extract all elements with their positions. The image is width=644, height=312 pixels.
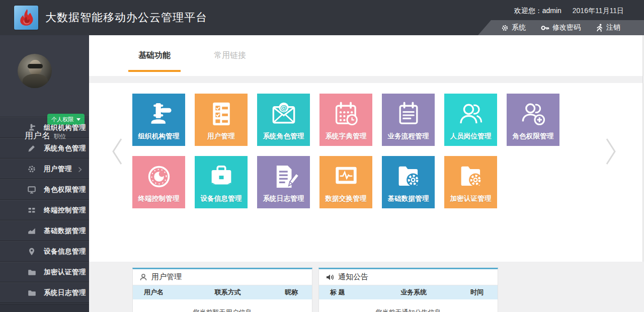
user-plus-icon: [518, 99, 549, 130]
folder-icon: [27, 268, 36, 277]
document-pen-icon: [268, 161, 299, 192]
column-business-system: 业务系统: [378, 288, 449, 297]
sidebar-item-terminal-control[interactable]: 终端控制管理: [0, 200, 89, 220]
tile-row-1: 组织机构管理 用户管理: [132, 94, 615, 146]
gear-icon: [27, 165, 36, 174]
area-chart-icon: [27, 226, 36, 236]
tile-data-exchange[interactable]: 数据交换管理: [319, 156, 372, 208]
avatar-sunglasses: [28, 64, 43, 68]
chevron-right-icon: [78, 167, 82, 173]
mail-at-icon: @: [268, 99, 299, 130]
page-title: 大数据智能移动办公云管理平台: [45, 0, 207, 35]
sidebar-item-user-management[interactable]: 用户管理: [0, 159, 89, 179]
location-pin-icon: [27, 247, 36, 256]
tile-business-process[interactable]: 业务流程管理: [382, 94, 435, 146]
chevron-right-icon: [78, 208, 82, 214]
chevron-right-icon: [78, 228, 82, 235]
pencil-icon: [27, 144, 36, 153]
tab-basic-functions[interactable]: 基础功能: [128, 35, 181, 76]
sidebar-footer: [0, 304, 89, 312]
folder-gear-icon: [393, 161, 424, 192]
logout-button[interactable]: 注销: [596, 23, 620, 32]
welcome-bar: 欢迎您：admin 2016年11月11日: [514, 7, 624, 16]
tile-user-management[interactable]: 用户管理: [195, 94, 248, 146]
users-icon: [455, 99, 487, 130]
gavel-icon: [27, 123, 36, 132]
notices-table-header: 标 题 业务系统 时间: [319, 285, 498, 299]
chevron-right-icon: [78, 270, 82, 276]
key-icon: [541, 24, 549, 32]
sidebar-item-role-permissions[interactable]: 角色权限管理: [0, 179, 89, 200]
users-panel-header: 用户管理: [133, 269, 312, 285]
notices-panel: 通知公告 标 题 业务系统 时间 您当前无通知公告信息: [318, 268, 498, 312]
current-date: 2016年11月11日: [573, 7, 624, 16]
gavel-icon: [143, 99, 175, 130]
main-content: 基础功能 常用链接 组织机构管理: [89, 35, 644, 312]
tile-org-management[interactable]: 组织机构管理: [132, 94, 185, 146]
users-table-header: 用户名 联系方式 昵称: [133, 285, 312, 299]
tile-system-logs[interactable]: 系统日志管理: [257, 156, 310, 208]
app-logo: [14, 6, 38, 30]
column-nickname: 昵称: [264, 288, 312, 297]
monitor-icon: [27, 185, 36, 194]
profile-block: 个人权限 用户名 职位: [0, 35, 89, 117]
gear-icon: [501, 24, 509, 32]
monitor-wave-icon: [331, 161, 362, 192]
users-panel: 用户管理 用户名 联系方式 昵称 您当前暂无用户信息: [132, 268, 312, 312]
system-button[interactable]: 系统: [501, 23, 526, 32]
sidebar-item-base-data[interactable]: 基础数据管理: [0, 220, 89, 241]
tile-system-roles[interactable]: @ 系统角色管理: [257, 94, 310, 146]
app-header: 大数据智能移动办公云管理平台 欢迎您：admin 2016年11月11日 系统 …: [0, 0, 644, 35]
svg-text:@: @: [280, 103, 287, 112]
change-password-button[interactable]: 修改密码: [541, 23, 581, 32]
dial-icon: [143, 161, 175, 192]
calendar-clock-icon: [331, 99, 362, 130]
tile-role-permissions[interactable]: 角色权限管理: [507, 94, 559, 146]
chevron-right-icon: [78, 290, 82, 296]
function-tile-carousel: 组织机构管理 用户管理: [89, 83, 644, 262]
column-contact: 联系方式: [192, 288, 263, 297]
chevron-right-icon: [78, 125, 82, 131]
grid-icon: [27, 206, 36, 215]
sidebar-item-org-management[interactable]: 组织机构管理: [0, 117, 89, 138]
notices-panel-title: 通知公告: [338, 272, 368, 282]
content-right-border: [642, 35, 643, 262]
column-username: 用户名: [133, 288, 192, 297]
system-toolbar: 系统 修改密码 注销: [478, 20, 644, 35]
sidebar-item-encryption-auth[interactable]: 加密认证管理: [0, 262, 89, 282]
carousel-prev-button[interactable]: [110, 137, 125, 168]
tab-common-links[interactable]: 常用链接: [204, 35, 256, 76]
tile-terminal-control[interactable]: 终端控制管理: [132, 156, 185, 208]
folder-icon: [27, 288, 36, 297]
person-icon: [139, 273, 147, 281]
tile-personnel-posts[interactable]: 人员岗位管理: [444, 94, 497, 146]
tile-row-2: 终端控制管理 设备信息管理: [132, 156, 615, 208]
tile-grid: 组织机构管理 用户管理: [132, 94, 615, 218]
sidebar-item-system-roles[interactable]: 系统角色管理: [0, 138, 89, 159]
sidebar: 个人权限 用户名 职位 组织机构管理 系统角色管理: [0, 35, 89, 312]
sidebar-item-system-logs[interactable]: 系统日志管理: [0, 282, 89, 303]
tab-bar: 基础功能 常用链接: [89, 35, 644, 76]
column-title: 标 题: [319, 288, 378, 297]
chevron-left-icon: [110, 137, 125, 166]
column-time: 时间: [449, 288, 498, 297]
checklist-icon: [206, 99, 237, 130]
tile-base-data[interactable]: 基础数据管理: [382, 156, 435, 208]
avatar-shoulders: [23, 74, 48, 88]
chevron-right-icon: [78, 146, 82, 152]
tile-system-dictionary[interactable]: 系统字典管理: [319, 94, 372, 146]
sidebar-menu: 组织机构管理 系统角色管理 用户管理 角色权限管理: [0, 117, 89, 303]
flame-logo-icon: [16, 8, 36, 28]
welcome-user: 欢迎您：admin: [514, 7, 561, 16]
notepad-icon: [393, 99, 424, 130]
speaker-icon: [326, 273, 334, 281]
tile-encryption-auth[interactable]: 加密认证管理: [444, 156, 497, 208]
logout-runner-icon: [596, 24, 603, 32]
chevron-right-icon: [78, 249, 82, 255]
users-panel-title: 用户管理: [151, 272, 182, 282]
bottom-section: 用户管理 用户名 联系方式 昵称 您当前暂无用户信息 通知公告 标 题 业务系统…: [89, 262, 644, 312]
sidebar-item-device-info[interactable]: 设备信息管理: [0, 241, 89, 262]
user-avatar[interactable]: [18, 54, 52, 88]
tile-device-info[interactable]: 设备信息管理: [195, 156, 248, 208]
notices-empty-message: 您当前无通知公告信息: [319, 308, 498, 312]
